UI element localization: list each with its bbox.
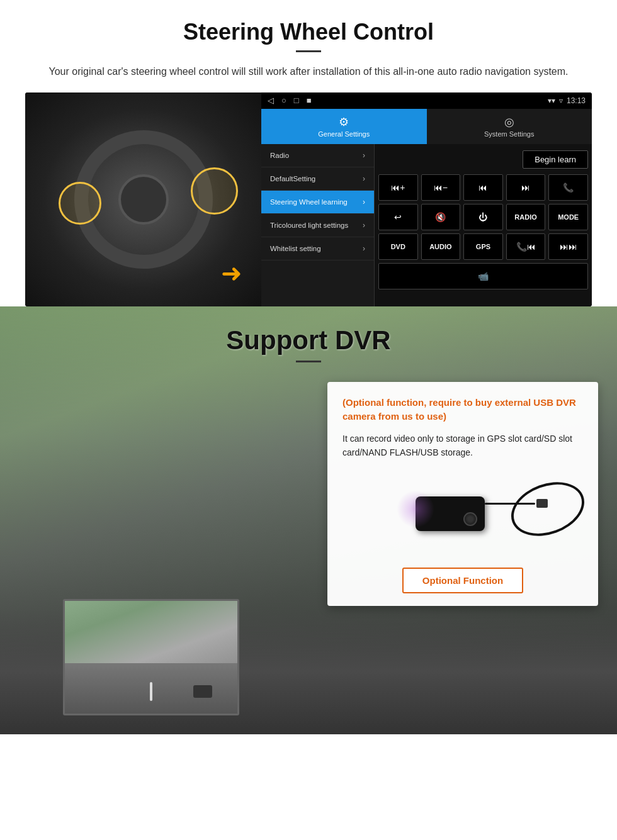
menu-nav[interactable]: ■: [307, 96, 312, 105]
title-divider: [296, 50, 321, 52]
seek-next-btn[interactable]: ⏭⏭: [548, 233, 588, 260]
phone-prev-btn[interactable]: 📞⏮: [506, 233, 546, 260]
btn-row-2: ↩ 🔇 ⏻ RADIO MODE: [378, 204, 588, 230]
tab-general-settings[interactable]: ⚙ General Settings: [261, 109, 427, 144]
home-nav[interactable]: ○: [281, 96, 286, 105]
menu-tricolour-label: Tricoloured light settings: [270, 221, 348, 229]
steering-wheel-inner: [118, 174, 169, 225]
thumb-car: [193, 685, 212, 698]
menu-default-label: DefaultSetting: [270, 175, 315, 182]
dvr-title-divider: [296, 361, 321, 362]
begin-learn-button[interactable]: Begin learn: [523, 150, 588, 169]
wifi-icon: ▿: [559, 96, 563, 105]
chevron-icon: ›: [363, 198, 365, 206]
camera-lens: [463, 512, 477, 526]
tab-system-settings[interactable]: ◎ System Settings: [427, 109, 592, 144]
dvd-btn[interactable]: DVD: [378, 233, 418, 260]
gps-btn[interactable]: GPS: [463, 233, 503, 260]
audio-btn[interactable]: AUDIO: [421, 233, 461, 260]
menu-item-radio[interactable]: Radio ›: [261, 144, 374, 167]
nav-buttons: ◁ ○ □ ■: [268, 96, 312, 105]
prev-btn[interactable]: ⏮: [463, 174, 503, 201]
dvr-description: It can record video only to storage in G…: [342, 432, 583, 460]
recent-nav[interactable]: □: [294, 96, 299, 105]
menu-list: Radio › DefaultSetting › Steering Wheel …: [261, 144, 375, 306]
power-btn[interactable]: ⏻: [463, 204, 503, 230]
vol-up-btn[interactable]: ⏮+: [378, 174, 418, 201]
android-panel: ◁ ○ □ ■ ▾▾ ▿ 13:13 ⚙ General Settings: [261, 92, 592, 306]
camera-light-effect: [397, 490, 434, 528]
button-grid: ⏮+ ⏮− ⏮ ⏭ 📞 ↩ 🔇 ⏻ RADIO MODE: [378, 174, 588, 289]
btn-row-4: 📹: [378, 263, 588, 289]
camera-body: [416, 496, 485, 531]
time-display: 13:13: [567, 96, 586, 105]
controls-panel: Begin learn ⏮+ ⏮− ⏮ ⏭ 📞 ↩: [375, 144, 592, 306]
dvr-background: Support DVR (Optional function, require …: [0, 306, 617, 734]
chevron-icon: ›: [363, 221, 365, 230]
tab-general-label: General Settings: [318, 130, 370, 138]
steering-photo: ➜: [25, 92, 261, 306]
android-tabs: ⚙ General Settings ◎ System Settings: [261, 109, 592, 144]
android-statusbar: ◁ ○ □ ■ ▾▾ ▿ 13:13: [261, 92, 592, 109]
menu-item-steering[interactable]: Steering Wheel learning ›: [261, 191, 374, 214]
android-content: Radio › DefaultSetting › Steering Wheel …: [261, 144, 592, 306]
tab-system-label: System Settings: [484, 130, 534, 138]
hang-up-btn[interactable]: ↩: [378, 204, 418, 230]
btn-row-1: ⏮+ ⏮− ⏮ ⏭ 📞: [378, 174, 588, 201]
gear-icon: ⚙: [339, 115, 349, 129]
menu-whitelist-label: Whitelist setting: [270, 245, 321, 252]
arrow-indicator: ➜: [221, 259, 242, 288]
steering-section: Steering Wheel Control Your original car…: [0, 0, 617, 306]
menu-item-default[interactable]: DefaultSetting ›: [261, 167, 374, 191]
dvr-title-overlay: Support DVR: [0, 325, 617, 362]
statusbar-right: ▾▾ ▿ 13:13: [548, 96, 586, 105]
menu-item-whitelist[interactable]: Whitelist setting ›: [261, 237, 374, 260]
highlight-circle-right: [191, 167, 238, 215]
thumb-road-line: [150, 682, 152, 701]
dvr-section: Support DVR (Optional function, require …: [0, 306, 617, 734]
signal-icon: ▾▾: [548, 96, 555, 105]
dvr-camera-image: [342, 469, 583, 557]
next-btn[interactable]: ⏭: [506, 174, 546, 201]
begin-learn-row: Begin learn: [378, 148, 588, 171]
phone-btn[interactable]: 📞: [548, 174, 588, 201]
vol-down-btn[interactable]: ⏮−: [421, 174, 461, 201]
camera-assembly: [416, 496, 485, 531]
dvr-thumbnail: [63, 599, 239, 715]
cable-coil: [504, 473, 592, 546]
mute-btn[interactable]: 🔇: [421, 204, 461, 230]
dvr-info-card: (Optional function, require to buy exter…: [327, 382, 598, 607]
dvr-optional-text: (Optional function, require to buy exter…: [342, 396, 583, 424]
btn-row-3: DVD AUDIO GPS 📞⏮ ⏭⏭: [378, 233, 588, 260]
extra-btn[interactable]: 📹: [378, 263, 588, 289]
steering-description: Your original car's steering wheel contr…: [25, 64, 592, 80]
steering-title: Steering Wheel Control: [25, 19, 592, 45]
screenshot-area: ➜ ◁ ○ □ ■ ▾▾ ▿ 13:13 ⚙: [25, 92, 592, 306]
radio-btn[interactable]: RADIO: [506, 204, 546, 230]
highlight-circle-left: [59, 182, 101, 225]
menu-steering-label: Steering Wheel learning: [270, 198, 348, 206]
menu-item-tricolour[interactable]: Tricoloured light settings ›: [261, 214, 374, 237]
mode-btn[interactable]: MODE: [548, 204, 588, 230]
chevron-icon: ›: [363, 151, 365, 160]
system-icon: ◎: [504, 115, 514, 129]
dvr-title: Support DVR: [0, 325, 617, 356]
back-nav[interactable]: ◁: [268, 96, 274, 105]
menu-radio-label: Radio: [270, 152, 289, 159]
optional-function-button[interactable]: Optional Function: [402, 568, 523, 593]
chevron-icon: ›: [363, 174, 365, 183]
chevron-icon: ›: [363, 244, 365, 253]
